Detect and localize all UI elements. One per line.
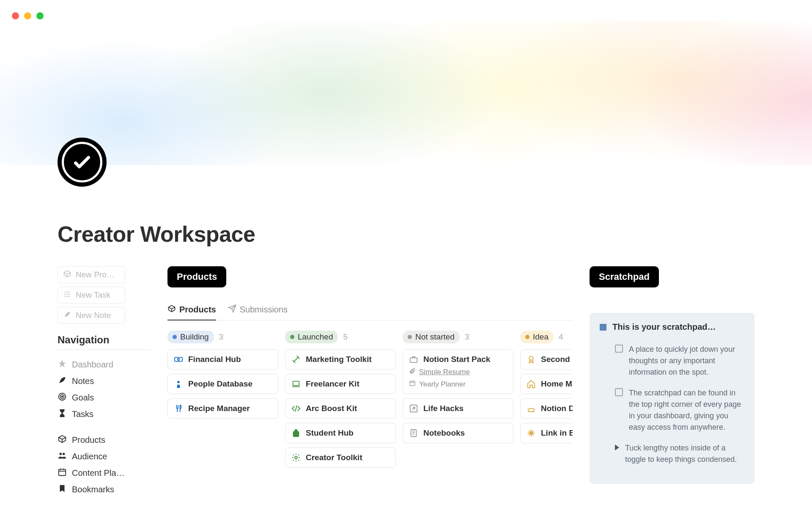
board-card[interactable]: Creator Toolkit [285, 447, 396, 468]
board-card[interactable]: Notion Start Pack Simple Resume Yearly P… [403, 349, 513, 394]
nav-products[interactable]: Products [58, 432, 151, 448]
nav-divider [58, 349, 151, 350]
scratchpad-section: Scratchpad This is your scratchpad… A pl… [590, 266, 754, 498]
nav-audience[interactable]: Audience [58, 448, 151, 465]
laptop-icon [291, 379, 301, 389]
code-icon [291, 404, 301, 413]
new-box-button[interactable]: New Pro… [58, 266, 125, 283]
scratchpad-item[interactable]: A place to quickly jot down your thought… [600, 341, 744, 385]
page-title: Creator Workspace [58, 221, 754, 247]
board-card[interactable]: Life Hacks [403, 398, 513, 419]
column-header[interactable]: Building 3 [167, 331, 278, 343]
card-title: Notion Start Pack [423, 355, 490, 364]
products-pill: Products [167, 266, 226, 287]
board-card[interactable]: Notion Div [520, 398, 573, 419]
card-sub-item[interactable]: Yearly Planner [409, 380, 466, 389]
scratchpad-item[interactable]: The scratchpad can be found in the top r… [600, 385, 744, 440]
send-icon [228, 304, 236, 315]
column-count: 4 [559, 332, 563, 342]
hourglass-icon [58, 409, 67, 420]
status-label: Building [180, 332, 209, 342]
tab-label: Products [179, 305, 216, 315]
board-card[interactable]: People Database [167, 374, 278, 394]
toggle-triangle-icon[interactable] [615, 444, 619, 450]
nav-item-label: Products [72, 435, 105, 445]
nav-goals[interactable]: Goals [58, 389, 151, 406]
products-section: Products Products Submissions Building 3… [167, 266, 573, 498]
board-card[interactable]: Notebooks [403, 423, 513, 443]
card-title: Second Br [541, 355, 573, 364]
people-icon [58, 451, 67, 462]
calendar-icon [58, 467, 67, 479]
svg-point-2 [62, 396, 63, 398]
board-card[interactable]: Marketing Toolkit [285, 349, 396, 370]
checklist-icon [63, 290, 71, 301]
status-chip: Not started [403, 331, 460, 343]
nav-item-label: Notes [72, 376, 94, 386]
pawn-icon [174, 379, 183, 389]
nav-item-label: Tasks [72, 409, 93, 419]
bridge-icon [527, 404, 536, 413]
window-minimize[interactable] [24, 12, 31, 19]
scratchpad-heading[interactable]: This is your scratchpad… [600, 322, 744, 332]
new-button-label: New Note [76, 311, 111, 320]
tab-products[interactable]: Products [167, 304, 216, 320]
column-count: 3 [465, 332, 469, 342]
scratchpad-item-text: A place to quickly jot down your thought… [629, 344, 744, 378]
board-card[interactable]: Arc Boost Kit [285, 398, 396, 419]
checkbox-icon[interactable] [615, 345, 623, 353]
board-card[interactable]: Financial Hub [167, 349, 278, 370]
board-card[interactable]: Link in Bio [520, 423, 573, 443]
checkbox-icon[interactable] [615, 388, 623, 396]
target-icon [58, 392, 67, 403]
new-button-label: New Pro… [76, 270, 115, 279]
new-feather-button[interactable]: New Note [58, 307, 125, 324]
svg-point-15 [529, 356, 533, 360]
sparkle-icon [527, 428, 536, 438]
board-column-launched: Launched 5 Marketing Toolkit Freelancer … [285, 331, 396, 472]
svg-rect-11 [410, 358, 417, 362]
svg-point-10 [295, 456, 297, 459]
nav-dashboard[interactable]: Dashboard [58, 356, 151, 373]
board-card[interactable]: Recipe Manager [167, 398, 278, 419]
card-title: Arc Boost Kit [306, 404, 357, 413]
nav-tasks[interactable]: Tasks [58, 406, 151, 422]
calendar-icon [409, 380, 416, 389]
board-card[interactable]: Second Br [520, 349, 573, 370]
status-chip: Building [167, 331, 214, 343]
column-header[interactable]: Not started 3 [403, 331, 513, 343]
nav-item-label: Content Pla… [72, 468, 125, 478]
scratchpad-item[interactable]: Tuck lengthy notes inside of a toggle to… [600, 440, 744, 472]
board-card[interactable]: Freelancer Kit [285, 374, 396, 394]
box-icon [58, 434, 67, 446]
column-header[interactable]: Launched 5 [285, 331, 396, 343]
card-title: Life Hacks [423, 404, 464, 413]
tab-submissions[interactable]: Submissions [228, 304, 288, 320]
window-close[interactable] [12, 12, 19, 19]
navigation-heading: Navigation [58, 334, 151, 346]
board-card[interactable]: Student Hub [285, 423, 396, 443]
svg-point-4 [63, 453, 65, 456]
scratchpad-title-text: This is your scratchpad… [612, 322, 716, 332]
tab-label: Submissions [240, 305, 288, 315]
status-dot-icon [290, 335, 294, 339]
status-dot-icon [525, 335, 529, 339]
medal-icon [527, 355, 536, 364]
feather-icon [63, 310, 71, 321]
column-header[interactable]: Idea 4 [520, 331, 573, 343]
new-checklist-button[interactable]: New Task [58, 287, 125, 304]
status-dot-icon [408, 335, 412, 339]
status-dot-icon [173, 335, 177, 339]
window-maximize[interactable] [36, 12, 44, 19]
page-icon[interactable] [58, 138, 107, 187]
nav-bookmarks[interactable]: Bookmarks [58, 481, 151, 498]
nav-item-label: Bookmarks [72, 485, 114, 494]
nav-notes[interactable]: Notes [58, 373, 151, 389]
svg-point-8 [177, 381, 180, 384]
card-sub-item[interactable]: Simple Resume [409, 367, 470, 376]
status-chip: Launched [285, 331, 338, 343]
board-card[interactable]: Home Mar [520, 374, 573, 394]
nav-item-label: Goals [72, 393, 94, 403]
nav-content-pla-[interactable]: Content Pla… [58, 465, 151, 481]
briefcase-icon [409, 355, 418, 364]
